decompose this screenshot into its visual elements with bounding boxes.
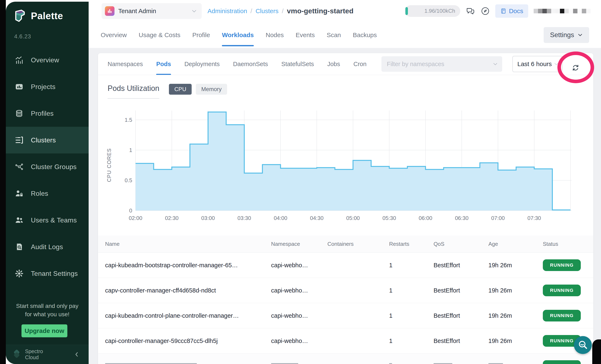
explore-button[interactable]	[481, 7, 490, 16]
sidebar-item-clusters[interactable]: Clusters	[6, 127, 89, 153]
promo-line2: for what you use!	[6, 310, 89, 319]
subtab-deployments[interactable]: Deployments	[184, 53, 220, 75]
sidebar-item-label: Tenant Settings	[31, 270, 78, 277]
tab-workloads[interactable]: Workloads	[222, 22, 254, 48]
tab-events[interactable]: Events	[296, 22, 315, 48]
chevron-down-icon	[492, 61, 498, 67]
docs-button-label: Docs	[509, 8, 523, 15]
breadcrumb-separator: /	[250, 8, 252, 15]
top-bar: Tenant Admin Administration / Clusters /…	[89, 0, 601, 22]
breadcrumb-administration[interactable]: Administration	[208, 8, 247, 15]
time-range-dropdown[interactable]: Last 6 hours	[512, 56, 562, 72]
top-bar-actions: 1.96/100kCh Docs	[405, 4, 591, 18]
promo-text: Start small and only pay for what you us…	[6, 302, 89, 319]
tab-backups[interactable]: Backups	[353, 22, 377, 48]
tab-usage-costs[interactable]: Usage & Costs	[139, 22, 180, 48]
palette-logo-icon	[13, 9, 26, 22]
upgrade-now-button[interactable]: Upgrade now	[21, 325, 67, 337]
usage-quota-value: 1.96/100kCh	[424, 8, 455, 14]
feedback-chat-button[interactable]	[466, 6, 475, 16]
sidebar-item-tenant-settings[interactable]: Tenant Settings	[6, 260, 89, 287]
chevron-left-icon	[74, 351, 80, 357]
docs-button[interactable]: Docs	[495, 4, 528, 18]
table-row[interactable]: capv-controller-manager-cff4d658d-nd8ct …	[98, 278, 593, 303]
chat-bubbles-icon	[466, 6, 475, 16]
subtab-statefulsets[interactable]: StatefulSets	[281, 53, 314, 75]
svg-text:0: 0	[129, 207, 132, 214]
clusters-icon	[14, 135, 25, 146]
pod-qos: BestEffort	[433, 312, 488, 319]
section-title: Pods Utilization	[108, 84, 159, 98]
sidebar-menu: OverviewProjectsProfilesClustersCluster …	[6, 47, 89, 287]
pod-namespace: capi-webho…	[271, 312, 327, 319]
sidebar-item-label: Projects	[31, 83, 55, 91]
column-header-name: Name	[105, 241, 271, 247]
tenant-avatar-icon	[105, 6, 114, 16]
cluster-tabs: OverviewUsage & CostsProfileWorkloadsNod…	[101, 22, 377, 48]
subtab-namespaces[interactable]: Namespaces	[108, 53, 143, 75]
sidebar-item-cluster-groups[interactable]: Cluster Groups	[6, 153, 89, 180]
settings-button-label: Settings	[550, 31, 574, 39]
breadcrumb-current-cluster: vmo-getting-started	[287, 7, 353, 15]
redacted-block-10	[577, 9, 582, 13]
pod-age: 19h 26m	[488, 287, 543, 294]
audit-logs-icon	[14, 241, 25, 252]
pod-age: 19h 26m	[488, 337, 543, 344]
table-row[interactable]: capi-kubeadm-control-plane-controller-ma…	[98, 303, 593, 328]
pod-restarts: 1	[389, 262, 433, 269]
subtab-daemonsets[interactable]: DaemonSets	[233, 53, 268, 75]
pod-qos: BestEffort	[433, 262, 488, 269]
book-icon	[500, 8, 507, 14]
sidebar-item-roles[interactable]: Roles	[6, 180, 89, 207]
users-teams-icon	[14, 215, 25, 226]
namespace-filter-input[interactable]	[381, 60, 492, 68]
pod-age: 19h 26m	[488, 312, 543, 319]
svg-text:06:00: 06:00	[419, 215, 432, 221]
pod-namespace: capi-webho…	[271, 287, 327, 294]
status-badge: RUNNING	[543, 285, 581, 296]
redacted-user-info	[534, 9, 591, 13]
redacted-block-3	[547, 9, 551, 13]
subtab-jobs[interactable]: Jobs	[327, 53, 340, 75]
settings-button[interactable]: Settings	[544, 27, 589, 43]
projects-icon	[14, 81, 25, 92]
sidebar-item-projects[interactable]: Projects	[6, 73, 89, 100]
subtab-cron[interactable]: Cron	[353, 53, 367, 75]
tab-nodes[interactable]: Nodes	[266, 22, 284, 48]
sidebar-item-label: Cluster Groups	[31, 163, 77, 171]
subtab-pods[interactable]: Pods	[156, 53, 171, 75]
support-chat-button[interactable]	[574, 336, 592, 354]
sidebar-item-label: Users & Teams	[31, 216, 77, 224]
tab-profile[interactable]: Profile	[192, 22, 210, 48]
redacted-block-5	[556, 9, 560, 13]
pods-utilization-chart: 00.511.502:0002:3003:0003:3004:0004:3005…	[98, 106, 593, 229]
sidebar-item-users-teams[interactable]: Users & Teams	[6, 207, 89, 234]
svg-text:02:00: 02:00	[129, 215, 142, 221]
sidebar-item-overview[interactable]: Overview	[6, 47, 89, 73]
sidebar-item-profiles[interactable]: Profiles	[6, 100, 89, 127]
spectro-cloud-brand: Spectro Cloud	[11, 348, 43, 360]
refresh-icon	[571, 63, 580, 72]
logo-text: Palette	[31, 10, 63, 21]
sidebar-item-audit-logs[interactable]: Audit Logs	[6, 234, 89, 260]
brand-line1: Spectro	[25, 348, 43, 354]
tab-scan[interactable]: Scan	[327, 22, 341, 48]
memory-toggle-button[interactable]: Memory	[196, 84, 227, 95]
table-row[interactable]: capi-kubeadm-bootstrap-controller-manage…	[98, 253, 593, 278]
tenant-selector[interactable]: Tenant Admin	[101, 3, 202, 19]
pods-table: NameNamespaceContainersRestartsQoSAgeSta…	[98, 236, 593, 364]
sidebar-item-label: Profiles	[31, 110, 54, 117]
breadcrumb-clusters[interactable]: Clusters	[255, 8, 278, 15]
pod-status: RUNNING	[543, 310, 593, 322]
sidebar-collapse-button[interactable]	[74, 351, 80, 357]
refresh-button[interactable]	[570, 62, 581, 73]
svg-text:03:00: 03:00	[201, 215, 215, 221]
svg-text:0.5: 0.5	[125, 177, 132, 183]
pod-namespace: capi-webho…	[271, 337, 327, 344]
svg-text:06:30: 06:30	[455, 215, 469, 221]
pod-restarts: 1	[389, 287, 433, 294]
cpu-toggle-button[interactable]: CPU	[169, 84, 192, 95]
svg-text:02:30: 02:30	[165, 215, 179, 221]
table-row[interactable]: capi-controller-manager-59ccc87cc5-dlh5j…	[98, 328, 593, 354]
tab-overview[interactable]: Overview	[101, 22, 127, 48]
